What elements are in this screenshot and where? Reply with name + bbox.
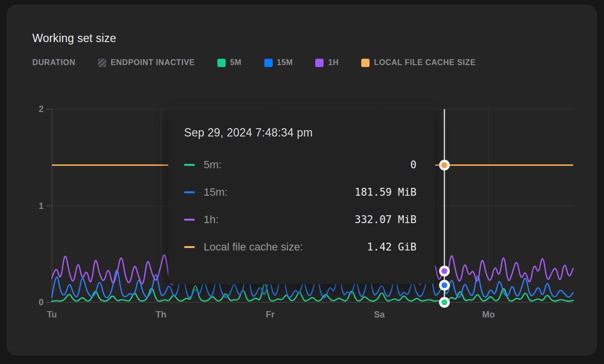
y-tick-label: 2 bbox=[39, 104, 44, 114]
crosshair-dot-1h bbox=[441, 268, 447, 274]
crosshair-dot-15m bbox=[441, 282, 447, 288]
x-tick-label: Tu bbox=[47, 310, 57, 319]
tooltip-row-label: 5m: bbox=[204, 159, 222, 171]
tooltip-row-label: 1h: bbox=[204, 213, 219, 226]
local-file-cache-dash-icon bbox=[184, 246, 195, 249]
x-tick-label: Fr bbox=[266, 310, 275, 319]
crosshair-dot-local-file-cache-size bbox=[441, 162, 447, 168]
tooltip-row-5m: 5m: 0 bbox=[184, 159, 417, 171]
tooltip-row-1h: 1h: 332.07 MiB bbox=[184, 214, 417, 226]
tooltip-rows: 5m: 0 15m: 181.59 MiB 1h: 332.07 MiB Loc… bbox=[184, 159, 417, 253]
x-tick-label: Sa bbox=[374, 310, 385, 319]
tooltip-row-value: 332.07 MiB bbox=[355, 214, 417, 226]
1h-dash-icon bbox=[184, 219, 195, 221]
tooltip-timestamp: Sep 29, 2024 7:48:34 pm bbox=[184, 126, 417, 139]
tooltip-row-value: 1.42 GiB bbox=[367, 241, 417, 253]
working-set-size-card: Working set size DURATION ENDPOINT INACT… bbox=[7, 5, 597, 355]
15m-dash-icon bbox=[184, 191, 195, 194]
chart-tooltip: Sep 29, 2024 7:48:34 pm 5m: 0 15m: 181.5… bbox=[168, 110, 435, 284]
tooltip-row-value: 181.59 MiB bbox=[355, 186, 417, 198]
tooltip-row-label: 15m: bbox=[204, 186, 228, 199]
crosshair-dot-5m bbox=[441, 299, 447, 305]
tooltip-row-value: 0 bbox=[410, 159, 417, 171]
5m-dash-icon bbox=[184, 164, 195, 166]
chart-area[interactable]: 012TuThFrSaMo Sep 29, 2024 7:48:34 pm 5m… bbox=[7, 5, 596, 355]
y-tick-label: 0 bbox=[39, 297, 44, 307]
tooltip-row-local-file-cache-size: Local file cache size: 1.42 GiB bbox=[184, 241, 417, 253]
x-tick-label: Th bbox=[156, 310, 166, 319]
y-tick-label: 1 bbox=[39, 201, 44, 211]
tooltip-row-label: Local file cache size: bbox=[204, 241, 303, 253]
x-tick-label: Mo bbox=[482, 310, 495, 319]
tooltip-row-15m: 15m: 181.59 MiB bbox=[184, 186, 417, 198]
